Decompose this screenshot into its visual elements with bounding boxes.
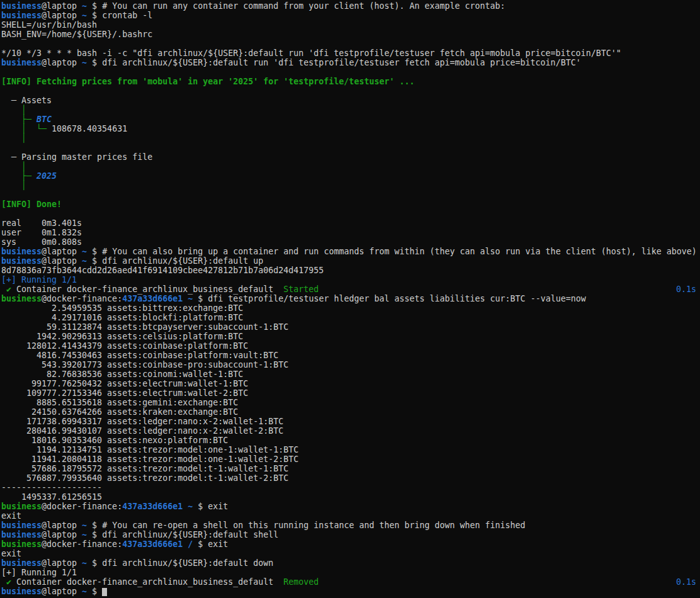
text-segment: Container docker-finance_archlinux_busin… bbox=[11, 285, 283, 294]
balance-row: 82.76838536 assets:coinomi:wallet-1:BTC bbox=[1, 370, 700, 379]
blank-line bbox=[1, 67, 700, 77]
text-segment: 57686.18795572 assets:trezor:model:t-1:w… bbox=[1, 464, 288, 473]
text-segment: business bbox=[1, 502, 42, 511]
text-segment: business bbox=[1, 1, 42, 11]
text-segment: @laptop bbox=[42, 11, 82, 20]
text-segment: 108678.40354631 bbox=[52, 124, 127, 133]
text-segment: crontab -l bbox=[102, 11, 152, 20]
text-segment: exit bbox=[208, 539, 228, 549]
text-segment: BASH_ENV=/home/${USER}/.bashrc bbox=[1, 30, 152, 39]
checkmark-icon: ✔ bbox=[6, 577, 11, 587]
text-segment: 18016.90353460 assets:nexo:platform:BTC bbox=[1, 436, 228, 445]
output-line: exit bbox=[1, 511, 700, 521]
prompt-line: business@laptop ~ $ dfi archlinux/${USER… bbox=[1, 530, 700, 539]
balance-row: 59.31123874 assets:btcpayserver:subaccou… bbox=[1, 322, 700, 332]
terminal-cursor[interactable] bbox=[102, 588, 107, 596]
output-line: BASH_ENV=/home/${USER}/.bashrc bbox=[1, 30, 700, 39]
text-segment: $ bbox=[87, 11, 102, 20]
prompt-line: business@laptop ~ $ bbox=[1, 587, 700, 596]
text-segment: 4816.74530463 assets:coinbase:platform:v… bbox=[1, 351, 278, 360]
output-line: 8d78836a73fb3644cdd2d26aed41f6914109cbee… bbox=[1, 266, 700, 275]
text-segment: ~ bbox=[82, 247, 87, 256]
text-segment: 437a33d666e1 bbox=[122, 502, 183, 511]
text-segment: ~ bbox=[82, 256, 87, 266]
tree-line: ├─ 2025 bbox=[1, 171, 700, 181]
text-segment: Started bbox=[283, 285, 319, 294]
output-line: */10 */3 * * * bash -i -c "dfi archlinux… bbox=[1, 48, 700, 58]
text-segment: 543.39201773 assets:coinbase-pro:subacco… bbox=[1, 360, 288, 370]
text-segment: business bbox=[1, 58, 42, 67]
balance-row: 18016.90353460 assets:nexo:platform:BTC bbox=[1, 436, 700, 445]
time-output-line: real 0m3.401s bbox=[1, 218, 700, 228]
text-segment: 109777.27153346 assets:electrum:wallet-2… bbox=[1, 388, 248, 398]
text-segment: ~ bbox=[82, 521, 87, 530]
terminal-output: business@laptop ~ $ # You can run any co… bbox=[1, 1, 700, 596]
text-segment: business bbox=[1, 11, 42, 20]
balance-row: 8885.65135618 assets:gemini:exchange:BTC bbox=[1, 398, 700, 407]
prompt-line: business@laptop ~ $ dfi archlinux/${USER… bbox=[1, 256, 700, 266]
output-line: SHELL=/usr/bin/bash bbox=[1, 20, 700, 30]
text-segment: $ bbox=[87, 247, 102, 256]
text-segment: 576887.79935640 assets:trezor:model:t-1:… bbox=[1, 473, 288, 483]
text-segment: 437a33d666e1 bbox=[122, 294, 183, 303]
compose-status-line: [+] Running 1/1 bbox=[1, 275, 700, 285]
text-segment: 0.1s bbox=[676, 577, 696, 587]
balance-row: 4.29171016 assets:blockfi:platform:BTC bbox=[1, 313, 700, 322]
text-segment: business bbox=[1, 539, 42, 549]
text-segment: $ bbox=[87, 521, 102, 530]
blank-line bbox=[1, 143, 700, 152]
text-segment: 437a33d666e1 bbox=[122, 539, 183, 549]
prompt-line: business@docker-finance:437a33d666e1 / $… bbox=[1, 539, 700, 549]
text-segment: exit bbox=[1, 549, 21, 558]
terminal-window[interactable]: business@laptop ~ $ # You can run any co… bbox=[0, 0, 700, 598]
text-segment: dfi archlinux/${USER}:default up bbox=[102, 256, 263, 266]
text-segment: $ bbox=[193, 294, 208, 303]
time-output-line: sys 0m0.808s bbox=[1, 237, 700, 247]
prompt-line: business@laptop ~ $ crontab -l bbox=[1, 11, 700, 20]
text-segment: business bbox=[1, 521, 42, 530]
text-segment: ─ Parsing master prices file bbox=[1, 152, 152, 162]
balance-row: 24150.63764266 assets:kraken:exchange:BT… bbox=[1, 407, 700, 417]
blank-line bbox=[1, 209, 700, 218]
text-segment: │ bbox=[1, 133, 26, 143]
checkmark-icon: ✔ bbox=[6, 285, 11, 294]
text-segment: @laptop bbox=[42, 558, 82, 568]
prompt-line: business@laptop ~ $ dfi archlinux/${USER… bbox=[1, 558, 700, 568]
balance-row: 1194.12134751 assets:trezor:model:one-1:… bbox=[1, 445, 700, 454]
tree-line: ├─ BTC bbox=[1, 115, 700, 124]
text-segment: dfi archlinux/${USER}:default down bbox=[102, 558, 273, 568]
text-segment: 1194.12134751 assets:trezor:model:one-1:… bbox=[1, 445, 298, 454]
balance-total-row: 1495337.61256515 bbox=[1, 492, 700, 502]
text-segment: ~ bbox=[82, 530, 87, 539]
text-segment: ├─ bbox=[1, 115, 37, 124]
time-output-line: user 0m1.832s bbox=[1, 228, 700, 237]
prompt-line: business@laptop ~ $ # You can re-open a … bbox=[1, 521, 700, 530]
text-segment: 4.29171016 assets:blockfi:platform:BTC bbox=[1, 313, 243, 322]
text-segment: │ bbox=[1, 162, 26, 171]
balance-row: 11941.20804118 assets:trezor:model:one-1… bbox=[1, 454, 700, 464]
text-segment: @laptop bbox=[42, 58, 82, 67]
text-segment: BTC bbox=[37, 115, 52, 124]
text-segment: exit bbox=[208, 502, 228, 511]
text-segment: 59.31123874 assets:btcpayserver:subaccou… bbox=[1, 322, 288, 332]
balance-row: 128012.41434379 assets:coinbase:platform… bbox=[1, 341, 700, 351]
text-segment: 24150.63764266 assets:kraken:exchange:BT… bbox=[1, 407, 238, 417]
tree-line: │ bbox=[1, 105, 700, 115]
text-segment bbox=[1, 285, 6, 294]
text-segment: ~ bbox=[82, 558, 87, 568]
text-segment: 8885.65135618 assets:gemini:exchange:BTC bbox=[1, 398, 238, 407]
text-segment: 1942.90296313 assets:celsius:platform:BT… bbox=[1, 332, 243, 341]
text-segment: │ └─ bbox=[1, 124, 52, 133]
text-segment: 171738.69943317 assets:ledger:nano:x-2:w… bbox=[1, 417, 283, 426]
text-segment: ~ bbox=[82, 11, 87, 20]
text-segment: 8d78836a73fb3644cdd2d26aed41f6914109cbee… bbox=[1, 266, 324, 275]
text-segment: 82.76838536 assets:coinomi:wallet-1:BTC bbox=[1, 370, 243, 379]
text-segment: @laptop bbox=[42, 1, 82, 11]
text-segment: business bbox=[1, 558, 42, 568]
text-segment: $ bbox=[87, 558, 102, 568]
info-line: [INFO] Done! bbox=[1, 200, 700, 209]
text-segment bbox=[1, 577, 6, 587]
text-segment: 1495337.61256515 bbox=[1, 492, 102, 502]
text-segment: 11941.20804118 assets:trezor:model:one-1… bbox=[1, 454, 298, 464]
text-segment: ~ bbox=[82, 587, 87, 596]
